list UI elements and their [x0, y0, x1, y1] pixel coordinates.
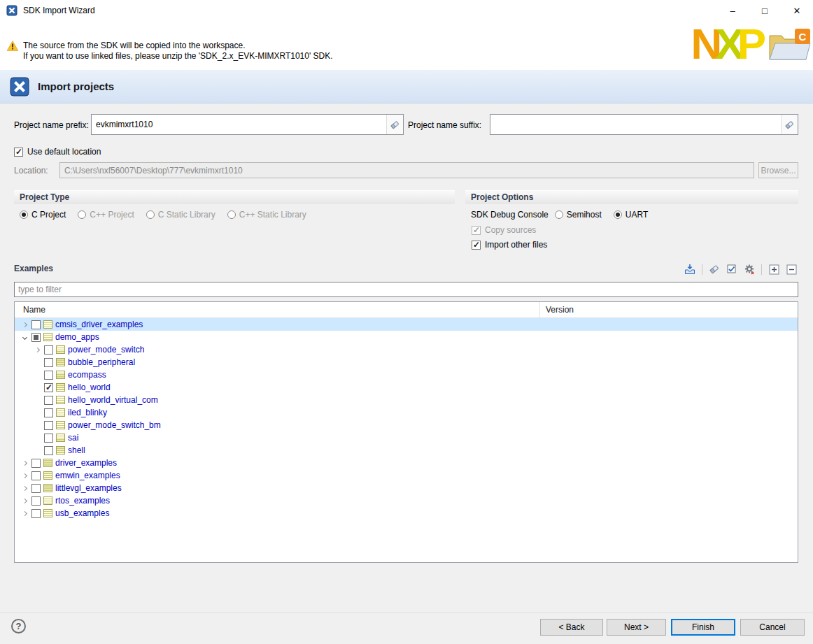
maximize-button[interactable]: □ — [749, 0, 781, 21]
column-name[interactable]: Name — [15, 302, 539, 317]
tree-checkbox[interactable] — [44, 434, 53, 443]
tree-item-label[interactable]: power_mode_switch — [68, 345, 144, 355]
expand-arrow-icon[interactable] — [19, 499, 30, 503]
minimize-button[interactable]: – — [716, 0, 749, 21]
tree-item-label[interactable]: emwin_examples — [55, 471, 120, 480]
radio-button[interactable] — [20, 210, 28, 219]
expand-arrow-icon[interactable] — [19, 461, 30, 465]
tree-row[interactable]: ecompass — [15, 368, 798, 381]
radio-semihost[interactable]: Semihost — [555, 210, 602, 220]
radio-c-static-library[interactable]: C++ Static Library — [227, 210, 306, 220]
tree-row[interactable]: cmsis_driver_examples — [15, 318, 798, 331]
tree-item-label[interactable]: iled_blinky — [68, 408, 107, 417]
tree-checkbox[interactable] — [44, 371, 53, 380]
clear-suffix-icon[interactable] — [781, 115, 798, 134]
example-item-icon — [43, 496, 52, 505]
example-item-icon — [56, 396, 65, 404]
collapse-all-icon[interactable] — [784, 263, 798, 276]
radio-button[interactable] — [78, 210, 86, 219]
tree-item-label[interactable]: power_mode_switch_bm — [68, 420, 161, 430]
expand-all-icon[interactable] — [767, 263, 781, 276]
copy-sources: Copy sources — [472, 225, 536, 235]
tree-row[interactable]: power_mode_switch — [15, 343, 798, 356]
suffix-input[interactable] — [490, 115, 781, 134]
tree-item-label[interactable]: littlevgl_examples — [55, 483, 122, 493]
example-item-icon — [56, 434, 65, 442]
debug-console-label: SDK Debug Console — [471, 210, 549, 220]
radio-button[interactable] — [555, 210, 563, 219]
tree-checkbox[interactable] — [44, 421, 53, 430]
tree-checkbox[interactable] — [31, 471, 41, 480]
use-default-location-checkbox[interactable] — [14, 148, 23, 157]
finish-button[interactable]: Finish — [671, 619, 735, 636]
tree-row[interactable]: hello_world_virtual_com — [15, 394, 798, 406]
tree-row[interactable]: shell — [15, 444, 798, 457]
import-other-files[interactable]: Import other files — [472, 240, 547, 250]
radio-c-static-library[interactable]: C Static Library — [146, 210, 215, 220]
tree-item-label[interactable]: hello_world_virtual_com — [68, 395, 158, 405]
prefix-input[interactable] — [92, 115, 386, 134]
radio-button[interactable] — [146, 210, 155, 219]
expand-arrow-icon[interactable] — [31, 348, 43, 352]
tree-checkbox[interactable] — [44, 446, 53, 455]
help-button[interactable]: ? — [11, 619, 26, 634]
expand-arrow-icon[interactable] — [19, 474, 30, 478]
tree-row[interactable]: driver_examples — [15, 457, 798, 469]
import-example-icon[interactable] — [683, 263, 697, 276]
clear-filter-icon[interactable] — [707, 263, 721, 276]
import-other-files-checkbox[interactable] — [472, 241, 481, 250]
example-item-icon — [43, 459, 52, 467]
expand-arrow-icon[interactable] — [19, 323, 30, 327]
tree-checkbox[interactable] — [31, 509, 41, 518]
tree-checkbox[interactable] — [31, 484, 41, 493]
gears-icon[interactable] — [742, 263, 756, 276]
close-button[interactable]: ✕ — [781, 0, 813, 21]
tree-item-label[interactable]: cmsis_driver_examples — [55, 320, 143, 329]
tree-item-label[interactable]: bubble_peripheral — [68, 357, 135, 367]
tree-checkbox[interactable] — [44, 396, 53, 405]
tree-checkbox[interactable] — [44, 408, 53, 417]
cancel-button[interactable]: Cancel — [740, 619, 805, 636]
logo-letter-p: P — [737, 21, 764, 67]
tree-row[interactable]: demo_apps — [15, 331, 798, 343]
tree-checkbox[interactable] — [44, 358, 53, 367]
tree-item-label[interactable]: usb_examples — [55, 508, 109, 518]
tree-row[interactable]: littlevgl_examples — [15, 482, 798, 494]
tree-item-label[interactable]: rtos_examples — [55, 496, 110, 506]
radio-button[interactable] — [227, 210, 236, 219]
tree-item-label[interactable]: demo_apps — [55, 332, 99, 342]
expand-arrow-icon[interactable] — [19, 487, 30, 490]
collapse-arrow-icon[interactable] — [19, 336, 30, 339]
tree-checkbox[interactable] — [44, 383, 53, 392]
tree-item-label[interactable]: shell — [68, 445, 85, 455]
tree-checkbox[interactable] — [31, 459, 41, 468]
tree-row[interactable]: iled_blinky — [15, 406, 798, 419]
select-checkbox-icon[interactable] — [725, 263, 739, 276]
radio-uart[interactable]: UART — [614, 210, 648, 220]
filter-input[interactable] — [14, 282, 798, 297]
tree-checkbox[interactable] — [31, 333, 41, 342]
expand-arrow-icon[interactable] — [19, 512, 30, 515]
tree-item-label[interactable]: hello_world — [68, 382, 111, 392]
radio-button[interactable] — [614, 210, 622, 219]
use-default-location[interactable]: Use default location — [14, 147, 101, 157]
next-button[interactable]: Next > — [607, 619, 666, 636]
tree-row[interactable]: sai — [15, 431, 798, 444]
tree-item-label[interactable]: driver_examples — [55, 458, 117, 468]
tree-row[interactable]: emwin_examples — [15, 469, 798, 482]
radio-c-project[interactable]: C++ Project — [78, 210, 134, 220]
tree-row[interactable]: rtos_examples — [15, 494, 798, 507]
tree-checkbox[interactable] — [31, 320, 41, 329]
back-button[interactable]: < Back — [540, 619, 603, 636]
tree-item-label[interactable]: sai — [68, 433, 78, 443]
radio-c-project[interactable]: C Project — [20, 210, 66, 220]
tree-item-label[interactable]: ecompass — [68, 370, 106, 380]
tree-row[interactable]: hello_world — [15, 381, 798, 394]
column-version[interactable]: Version — [539, 302, 798, 317]
tree-row[interactable]: usb_examples — [15, 507, 798, 520]
tree-checkbox[interactable] — [31, 496, 41, 506]
clear-prefix-icon[interactable] — [386, 115, 403, 134]
tree-checkbox[interactable] — [44, 345, 53, 355]
tree-row[interactable]: power_mode_switch_bm — [15, 419, 798, 431]
tree-row[interactable]: bubble_peripheral — [15, 356, 798, 368]
